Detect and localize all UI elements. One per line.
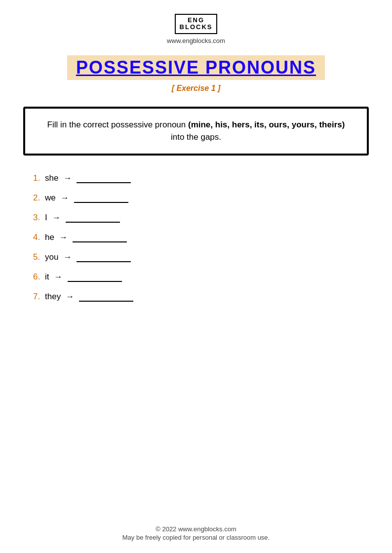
- exercise-item-2: 2. we →: [33, 193, 369, 203]
- item-pronoun-3: I: [45, 213, 47, 223]
- item-number-7: 7.: [33, 292, 43, 302]
- item-blank-6[interactable]: [68, 272, 122, 282]
- item-arrow-2: →: [61, 193, 69, 203]
- exercise-item-5: 5. you →: [33, 252, 369, 262]
- exercise-item-1: 1. she →: [33, 173, 369, 183]
- item-number-3: 3.: [33, 213, 43, 223]
- item-arrow-3: →: [52, 213, 61, 223]
- main-title: POSSESSIVE PRONOUNS: [67, 55, 325, 80]
- item-arrow-4: →: [59, 233, 68, 242]
- item-pronoun-4: he: [45, 233, 54, 242]
- subtitle: [ Exercise 1 ]: [67, 84, 325, 93]
- logo-box: ENG BLOCKS: [175, 14, 218, 34]
- item-number-1: 1.: [33, 173, 43, 183]
- item-blank-2[interactable]: [74, 193, 128, 203]
- exercise-area: 1. she → 2. we → 3. I → 4. he → 5. you →: [23, 173, 369, 312]
- item-pronoun-2: we: [45, 193, 56, 203]
- item-blank-7[interactable]: [79, 292, 133, 302]
- item-arrow-7: →: [66, 292, 74, 302]
- item-blank-4[interactable]: [73, 233, 127, 242]
- title-area: POSSESSIVE PRONOUNS [ Exercise 1 ]: [67, 55, 325, 93]
- item-number-4: 4.: [33, 233, 43, 242]
- item-pronoun-7: they: [45, 292, 61, 302]
- logo-area: ENG BLOCKS www.engblocks.com: [167, 14, 225, 44]
- item-pronoun-1: she: [45, 173, 58, 183]
- footer: © 2022 www.engblocks.com May be freely c…: [122, 525, 270, 553]
- exercise-item-7: 7. they →: [33, 292, 369, 302]
- exercise-item-4: 4. he →: [33, 233, 369, 242]
- footer-copyright: © 2022 www.engblocks.com: [122, 525, 270, 533]
- exercise-item-3: 3. I →: [33, 213, 369, 223]
- logo-eng: ENG: [180, 17, 213, 24]
- item-number-2: 2.: [33, 193, 43, 203]
- footer-license: May be freely copied for personal or cla…: [122, 534, 270, 541]
- item-number-5: 5.: [33, 252, 43, 262]
- item-blank-3[interactable]: [66, 213, 120, 223]
- item-pronoun-6: it: [45, 272, 49, 282]
- item-number-6: 6.: [33, 272, 43, 282]
- item-pronoun-5: you: [45, 252, 58, 262]
- item-arrow-5: →: [63, 252, 72, 262]
- instruction-bold: (mine, his, hers, its, ours, yours, thei…: [188, 120, 345, 129]
- exercise-item-6: 6. it →: [33, 272, 369, 282]
- logo-blocks: BLOCKS: [180, 24, 213, 31]
- page-wrapper: ENG BLOCKS www.engblocks.com POSSESSIVE …: [0, 0, 392, 553]
- item-blank-5[interactable]: [77, 252, 131, 262]
- logo-url: www.engblocks.com: [167, 37, 225, 44]
- item-arrow-1: →: [63, 173, 72, 183]
- item-arrow-6: →: [54, 272, 63, 282]
- instruction-text: Fill in the correct possessive pronoun (…: [40, 118, 352, 144]
- item-blank-1[interactable]: [77, 173, 131, 183]
- instruction-box: Fill in the correct possessive pronoun (…: [23, 107, 369, 156]
